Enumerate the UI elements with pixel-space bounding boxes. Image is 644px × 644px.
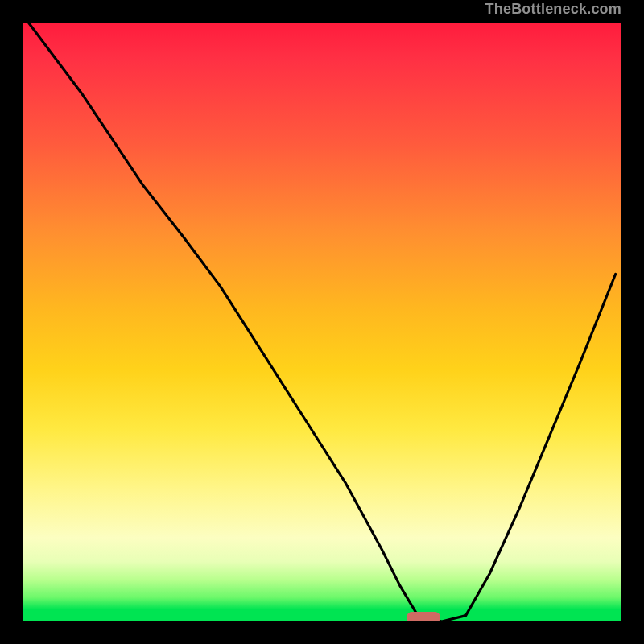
highlight-marker	[407, 612, 440, 621]
watermark-text: TheBottleneck.com	[485, 2, 621, 16]
chart-frame: TheBottleneck.com	[0, 0, 644, 644]
curve-line	[23, 23, 621, 621]
plot-area	[23, 23, 621, 621]
curve-path	[28, 23, 615, 621]
